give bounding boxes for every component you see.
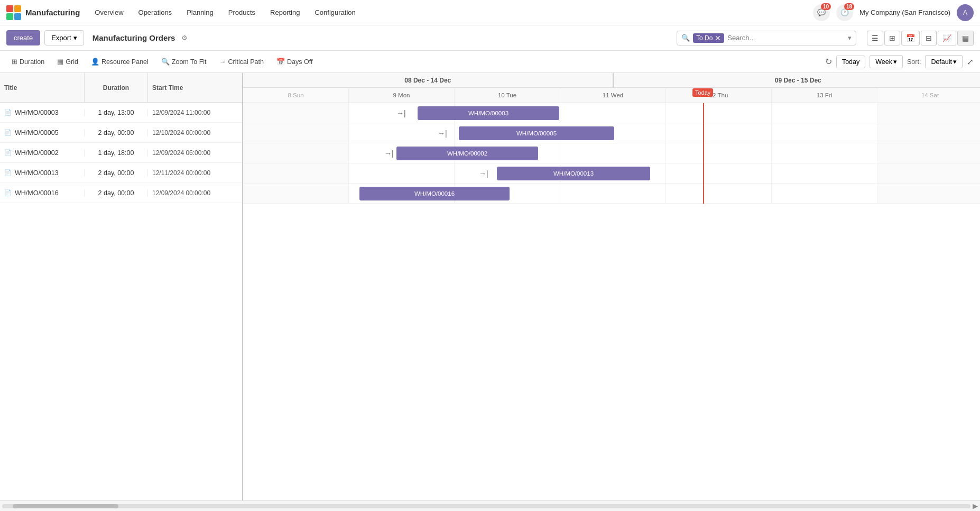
- nav-products[interactable]: Products: [222, 5, 262, 20]
- grid-tool[interactable]: ▦ Grid: [52, 55, 84, 68]
- cell-title-3: 📄 WH/MO/00013: [0, 169, 85, 177]
- nav-overview[interactable]: Overview: [88, 5, 130, 20]
- day-header-cell: 8 Sun: [243, 88, 349, 103]
- topnav-right: 💬 10 🕐 18 My Company (San Francisco) A: [813, 4, 974, 21]
- view-graph-button[interactable]: 📈: [938, 31, 956, 45]
- scroll-right-arrow[interactable]: ▶: [973, 502, 978, 510]
- gantt-day-col: [560, 103, 666, 123]
- table-row[interactable]: 📄 WH/MO/00016 2 day, 00:00 12/09/2024 00…: [0, 183, 242, 203]
- filter-tag-todo: To Do ✕: [693, 33, 724, 43]
- main-content: Title Duration Start Time 📄 WH/MO/00003 …: [0, 73, 980, 500]
- today-label: Today: [692, 88, 713, 97]
- zoom-to-fit-tool[interactable]: 🔍 Zoom To Fit: [156, 55, 212, 68]
- col-header-starttime: Start Time: [148, 73, 242, 102]
- secondary-bar: create Export ▾ Manufacturing Orders ⚙ 🔍…: [0, 25, 980, 51]
- cell-title-4: 📄 WH/MO/00016: [0, 189, 85, 197]
- gantt-day-col: [349, 123, 455, 143]
- gantt-day-col: [243, 184, 349, 203]
- gantt-day-col: [560, 184, 666, 203]
- scrollbar-track[interactable]: [2, 504, 970, 508]
- gantt-day-col: [666, 184, 772, 203]
- gantt-day-col: [666, 103, 772, 123]
- critical-path-icon: →: [219, 58, 226, 66]
- gantt-row-0: →|WH/MO/00003: [243, 103, 980, 123]
- view-pivot-button[interactable]: ⊟: [921, 31, 937, 45]
- gantt-row-4: →|WH/MO/00016: [243, 184, 980, 204]
- activity-badge: 18: [844, 3, 854, 10]
- grid-icon: ▦: [57, 58, 63, 66]
- messages-button[interactable]: 💬 10: [813, 4, 830, 21]
- today-button[interactable]: Today: [836, 56, 865, 68]
- gantt-day-col: [877, 123, 980, 143]
- doc-icon: 📄: [4, 149, 12, 156]
- week-selector[interactable]: Week ▾: [870, 55, 903, 68]
- activity-button[interactable]: 🕐 18: [836, 4, 853, 21]
- gantt-day-col: [877, 103, 980, 123]
- scrollbar-thumb[interactable]: [13, 504, 118, 508]
- app-logo[interactable]: Manufacturing: [6, 5, 80, 20]
- view-calendar-button[interactable]: 📅: [901, 31, 920, 45]
- duration-tool[interactable]: ⊞ Duration: [6, 55, 50, 68]
- view-kanban-button[interactable]: ⊞: [884, 31, 900, 45]
- table-body: 📄 WH/MO/00003 1 day, 13:00 12/09/2024 11…: [0, 103, 242, 203]
- nav-configuration[interactable]: Configuration: [308, 5, 362, 20]
- export-button[interactable]: Export ▾: [44, 30, 84, 45]
- col-header-duration: Duration: [85, 73, 148, 102]
- days-off-tool[interactable]: 📅 Days Off: [271, 55, 318, 68]
- user-avatar[interactable]: A: [957, 4, 974, 21]
- gantt-day-col: [349, 184, 455, 203]
- gantt-day-col: [243, 143, 349, 163]
- filter-tag-remove[interactable]: ✕: [715, 34, 721, 42]
- gantt-day-col: [243, 103, 349, 123]
- gantt-row-2: →|WH/MO/00002: [243, 143, 980, 163]
- days-off-icon: 📅: [276, 58, 285, 66]
- cell-starttime-1: 12/10/2024 00:00:00: [148, 129, 242, 136]
- fullscreen-button[interactable]: ⤢: [967, 57, 974, 67]
- doc-icon: 📄: [4, 129, 12, 136]
- gantt-day-col: [455, 103, 560, 123]
- table-row[interactable]: 📄 WH/MO/00003 1 day, 13:00 12/09/2024 11…: [0, 103, 242, 123]
- day-header-cell: 12 Thu: [666, 88, 772, 103]
- view-list-button[interactable]: ☰: [867, 31, 883, 45]
- company-name: My Company (San Francisco): [859, 8, 950, 16]
- view-gantt-button[interactable]: ▦: [957, 31, 974, 45]
- scrollbar-area: ▶: [0, 500, 980, 511]
- create-button[interactable]: create: [6, 30, 40, 45]
- nav-operations[interactable]: Operations: [132, 5, 179, 20]
- cell-duration-4: 2 day, 00:00: [85, 189, 148, 197]
- svg-rect-3: [14, 13, 21, 20]
- table-header: Title Duration Start Time: [0, 73, 242, 103]
- date-headers: 08 Dec - 14 Dec 09 Dec - 15 Dec 8 Sun9 M…: [243, 73, 980, 103]
- doc-icon: 📄: [4, 169, 12, 176]
- resource-panel-tool[interactable]: 👤 Resource Panel: [86, 55, 154, 68]
- nav-reporting[interactable]: Reporting: [264, 5, 306, 20]
- cell-duration-1: 2 day, 00:00: [85, 129, 148, 136]
- search-dropdown-icon[interactable]: ▾: [848, 34, 852, 42]
- date-range-1: 08 Dec - 14 Dec: [243, 73, 614, 87]
- sort-chevron-icon: ▾: [953, 58, 957, 66]
- gantt-chart[interactable]: 08 Dec - 14 Dec 09 Dec - 15 Dec 8 Sun9 M…: [243, 73, 980, 500]
- messages-badge: 10: [821, 3, 831, 10]
- table-row[interactable]: 📄 WH/MO/00002 1 day, 18:00 12/09/2024 06…: [0, 143, 242, 163]
- sort-selector[interactable]: Default ▾: [925, 55, 963, 68]
- app-name: Manufacturing: [25, 8, 80, 17]
- gantt-day-col: [455, 163, 560, 183]
- search-input[interactable]: [727, 34, 845, 42]
- gantt-day-col: [877, 163, 980, 183]
- cell-starttime-3: 12/11/2024 00:00:00: [148, 169, 242, 177]
- date-range-row: 08 Dec - 14 Dec 09 Dec - 15 Dec: [243, 73, 980, 88]
- settings-icon[interactable]: ⚙: [181, 34, 188, 42]
- duration-icon: ⊞: [12, 58, 17, 66]
- cell-duration-3: 2 day, 00:00: [85, 169, 148, 177]
- cell-starttime-0: 12/09/2024 11:00:00: [148, 109, 242, 116]
- table-row[interactable]: 📄 WH/MO/00013 2 day, 00:00 12/11/2024 00…: [0, 163, 242, 183]
- gantt-day-col: [666, 163, 772, 183]
- refresh-button[interactable]: ↻: [825, 57, 832, 67]
- critical-path-tool[interactable]: → Critical Path: [214, 55, 269, 68]
- nav-planning[interactable]: Planning: [180, 5, 220, 20]
- col-header-title: Title: [0, 73, 85, 102]
- gantt-row-3: →|WH/MO/00013: [243, 163, 980, 184]
- gantt-day-col: [772, 103, 877, 123]
- table-row[interactable]: 📄 WH/MO/00005 2 day, 00:00 12/10/2024 00…: [0, 123, 242, 143]
- doc-icon: 📄: [4, 189, 12, 196]
